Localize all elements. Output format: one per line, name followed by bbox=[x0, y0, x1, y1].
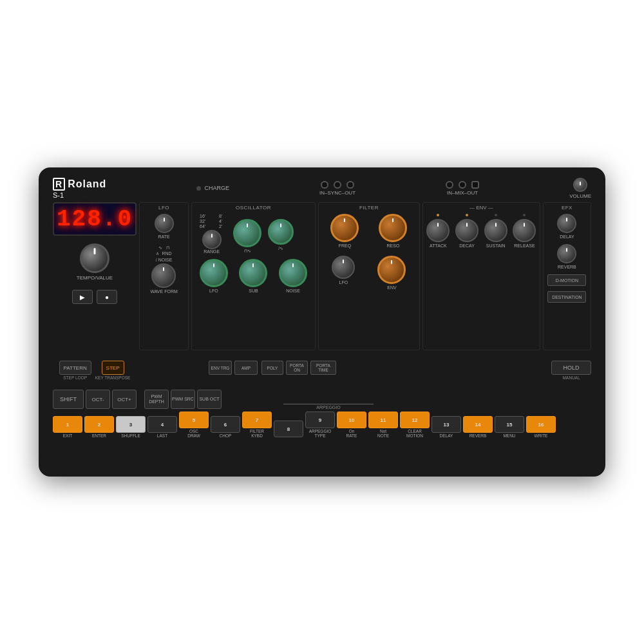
efx-delay-knob[interactable] bbox=[557, 214, 576, 233]
pad-1-button[interactable]: 1 bbox=[53, 416, 82, 433]
arp-clear-label: CLEAR bbox=[408, 429, 422, 433]
efx-reverb-label: REVERB bbox=[558, 265, 576, 269]
osc-noise-label: NOISE bbox=[286, 289, 300, 293]
pattern-button[interactable]: PATTERN bbox=[59, 361, 91, 375]
pad-6-button[interactable]: 6 bbox=[211, 416, 240, 433]
pwm-depth-button[interactable]: PWM DEPTH bbox=[144, 390, 169, 409]
oct-plus-button[interactable]: OCT+ bbox=[112, 390, 137, 409]
osc-lfo-knob[interactable] bbox=[200, 259, 228, 287]
pad-10-button[interactable]: 10 bbox=[337, 412, 366, 428]
pwm-src-button[interactable]: PWM SRC bbox=[171, 390, 195, 409]
pad-7: 7 FILTERKYBD bbox=[242, 412, 272, 438]
mix-label: IN–MIX–OUT bbox=[447, 190, 478, 196]
pad-4-button[interactable]: 4 bbox=[147, 416, 177, 433]
pad-9-label: ARPEGGIOTYPE bbox=[309, 429, 332, 438]
env-section-label: — ENV — bbox=[469, 205, 493, 211]
amp-button[interactable]: AMP bbox=[234, 361, 258, 375]
volume-knob[interactable] bbox=[573, 178, 587, 192]
sync-jacks-wrapper: IN–SYNC–OUT bbox=[319, 181, 355, 196]
jack-sync[interactable] bbox=[334, 181, 341, 189]
pad-2-num: 2 bbox=[98, 422, 100, 428]
pad-9-button[interactable]: 9 bbox=[305, 412, 335, 428]
pad-15-label: MENU bbox=[503, 433, 515, 438]
env-release-knob[interactable] bbox=[513, 219, 536, 242]
shift-button[interactable]: SHIFT bbox=[53, 390, 84, 409]
osc-noise-knob[interactable] bbox=[279, 259, 307, 287]
charge-label: CHARGE bbox=[204, 185, 229, 191]
env-trg-button[interactable]: ENV TRG bbox=[209, 361, 232, 375]
pad-15-button[interactable]: 15 bbox=[495, 416, 524, 433]
pad-2-button[interactable]: 2 bbox=[84, 416, 114, 433]
osc-lfo-label: LFO bbox=[209, 289, 218, 293]
hold-button[interactable]: HOLD bbox=[551, 361, 591, 375]
filter-freq-label: FREQ bbox=[339, 243, 351, 248]
pad-16-button[interactable]: 16 bbox=[526, 416, 556, 433]
pad-13-label: DELAY bbox=[440, 433, 453, 438]
manual-label: MANUAL bbox=[562, 375, 580, 380]
filter-env-knob[interactable] bbox=[377, 256, 406, 284]
left-section: 128.0 TEMPO/VALUE ▶ ● bbox=[53, 202, 137, 350]
record-button[interactable]: ● bbox=[97, 290, 117, 304]
pad-5-num: 5 bbox=[193, 417, 195, 423]
filter-lfo-knob[interactable] bbox=[332, 256, 355, 279]
volume-wrapper: VOLUME bbox=[569, 178, 591, 199]
osc-shape1-knob[interactable] bbox=[233, 219, 261, 247]
pad-12: 12 CLEARMOTION bbox=[400, 412, 430, 438]
sub-oct-button[interactable]: SUB OCT bbox=[197, 390, 222, 409]
filter-reso-knob[interactable] bbox=[379, 214, 407, 242]
pad-6: 6 CHOP bbox=[211, 416, 240, 438]
jack-mix[interactable] bbox=[459, 181, 466, 189]
pad-7-button[interactable]: 7 bbox=[242, 412, 272, 428]
osc-sub-knob[interactable] bbox=[239, 259, 267, 287]
decay-led bbox=[466, 214, 468, 216]
osc-shape1-label: ⊓∿ bbox=[244, 249, 251, 254]
lfo-rate-wrapper: RATE bbox=[155, 214, 174, 239]
lfo-rate-knob[interactable] bbox=[155, 214, 174, 233]
pad-10-label: OnRATE bbox=[346, 429, 357, 438]
porta-time-button[interactable]: PORTA TIME bbox=[310, 361, 336, 375]
jack-headphones[interactable] bbox=[471, 181, 479, 189]
pattern-step-section: PATTERN STEP LOOP STEP KEY TRANSPOSE bbox=[53, 361, 137, 380]
env-release-label: RELEASE bbox=[514, 243, 535, 248]
pad-3-button[interactable]: 3 bbox=[116, 416, 146, 433]
pad-9: 9 ARPEGGIOTYPE bbox=[305, 412, 335, 438]
osc-range-knob[interactable] bbox=[202, 230, 222, 249]
pad-1-label: EXIT bbox=[63, 433, 72, 438]
env-sustain-knob[interactable] bbox=[484, 219, 507, 242]
pad-14-button[interactable]: 14 bbox=[463, 416, 493, 433]
range-32: 32' bbox=[194, 219, 211, 223]
poly-button[interactable]: POLY bbox=[261, 361, 283, 375]
wave-sym-2: ⊓ bbox=[166, 245, 169, 251]
tempo-knob[interactable] bbox=[80, 243, 109, 273]
efx-reverb-knob[interactable] bbox=[557, 244, 576, 263]
pad-13-button[interactable]: 13 bbox=[431, 416, 461, 433]
play-button[interactable]: ▶ bbox=[72, 290, 93, 304]
jack-out[interactable] bbox=[346, 181, 354, 189]
oct-minus-button[interactable]: OCT- bbox=[86, 390, 110, 409]
step-button[interactable]: STEP bbox=[102, 361, 124, 375]
pad-3-num: 3 bbox=[129, 422, 132, 428]
pad-5-button[interactable]: 5 bbox=[179, 412, 209, 428]
pad-7-num: 7 bbox=[256, 417, 258, 423]
osc-shape2-knob[interactable] bbox=[268, 219, 294, 245]
pad-11: 11 NotNOTE bbox=[368, 412, 398, 438]
lfo-waveform-selector[interactable] bbox=[151, 263, 177, 289]
env-attack-knob[interactable] bbox=[426, 219, 450, 242]
pad-8-button[interactable]: 8 bbox=[274, 421, 303, 437]
pad-12-button[interactable]: 12 bbox=[400, 412, 430, 428]
destination-button[interactable]: DESTINATION bbox=[547, 291, 586, 303]
osc-sub-wrapper: SUB bbox=[239, 259, 267, 293]
brand-area: R Roland S-1 bbox=[53, 178, 106, 199]
pad-11-button[interactable]: 11 bbox=[368, 412, 398, 428]
jack-in2[interactable] bbox=[446, 181, 453, 189]
d-motion-button[interactable]: D-MOTION bbox=[547, 274, 586, 286]
filter-freq-knob[interactable] bbox=[330, 214, 359, 242]
porta-on-button[interactable]: PORTA ON bbox=[286, 361, 308, 375]
tempo-display: 128.0 bbox=[57, 206, 133, 232]
env-decay-knob[interactable] bbox=[455, 219, 478, 242]
pad-15-num: 15 bbox=[507, 422, 513, 428]
pad-8-num: 8 bbox=[287, 426, 290, 432]
lfo-waveform-knob[interactable] bbox=[151, 263, 176, 288]
pad-6-label: CHOP bbox=[220, 433, 232, 438]
jack-in[interactable] bbox=[321, 181, 328, 189]
